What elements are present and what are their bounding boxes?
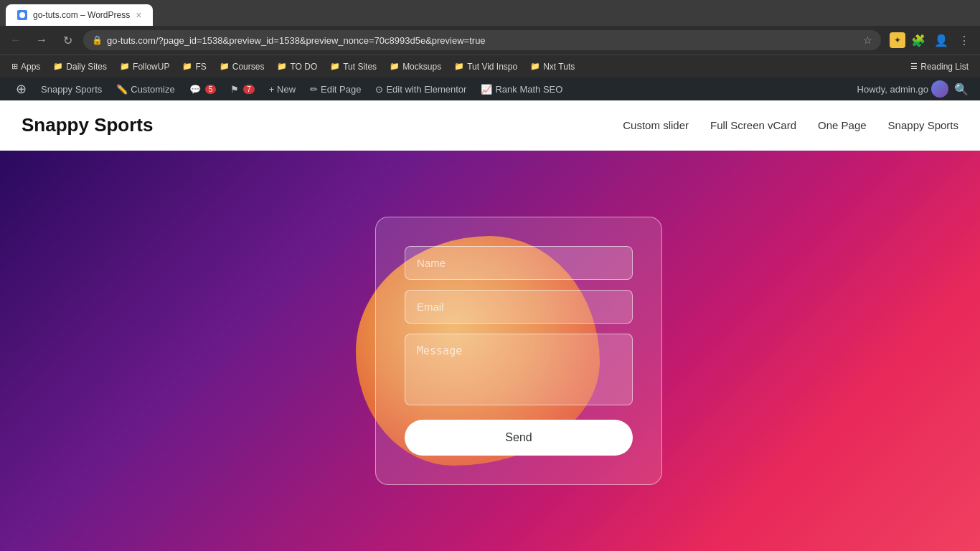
bookmark-nxt-tuts[interactable]: 📁 Nxt Tuts (524, 60, 580, 74)
reading-list-button[interactable]: ☰ Reading List (905, 60, 974, 74)
bookmark-label: Tut Sites (343, 62, 377, 72)
bookmark-apps[interactable]: ⊞ Apps (6, 60, 46, 74)
lock-icon: 🔒 (92, 35, 103, 45)
bookmark-daily-sites[interactable]: 📁 Daily Sites (47, 60, 113, 74)
bookmark-tut-vid-inspo[interactable]: 📁 Tut Vid Inspo (448, 60, 523, 74)
star-icon[interactable]: ☆ (863, 34, 872, 46)
wp-site-name-item[interactable]: Snappy Sports (34, 77, 109, 100)
site-logo[interactable]: Snappy Sports (22, 114, 623, 136)
nav-one-page[interactable]: One Page (818, 119, 867, 131)
url-text: go-tuts.com/?page_id=1538&preview_id=153… (107, 35, 859, 46)
bookmark-todo[interactable]: 📁 TO DO (271, 60, 323, 74)
rank-math-icon: 📈 (481, 84, 492, 95)
edit-page-icon: ✏ (310, 84, 318, 95)
wp-logo-icon: ⊕ (16, 81, 27, 97)
bookmark-tut-sites[interactable]: 📁 Tut Sites (324, 60, 382, 74)
wp-admin-bar-right: Howdy, admin.go 🔍 (857, 80, 971, 99)
folder-icon: 📁 (330, 62, 340, 71)
apps-icon: ⊞ (11, 62, 18, 71)
browser-chrome: go-tuts.com – WordPress × ← → ↻ 🔒 go-tut… (0, 0, 980, 77)
wp-rank-math-item[interactable]: 📈 Rank Math SEO (473, 77, 570, 100)
site-header: Snappy Sports Custom slider Full Screen … (0, 100, 980, 151)
svg-point-0 (19, 12, 25, 18)
bookmark-label: Nxt Tuts (543, 62, 575, 72)
bookmarks-bar: ⊞ Apps 📁 Daily Sites 📁 FollowUP 📁 FS 📁 C… (0, 55, 980, 77)
profile-icon[interactable]: 👤 (931, 30, 951, 50)
admin-avatar[interactable] (931, 80, 948, 98)
customize-icon: ✏️ (116, 84, 128, 95)
folder-icon: 📁 (454, 62, 464, 71)
nav-snappy-sports[interactable]: Snappy Sports (888, 119, 958, 131)
email-input[interactable] (405, 290, 633, 324)
rank-math-label: Rank Math SEO (495, 84, 562, 95)
bookmark-courses[interactable]: 📁 Courses (214, 60, 270, 74)
bookmark-label: TO DO (290, 62, 317, 72)
forward-button[interactable]: → (32, 30, 52, 50)
bookmark-mocksups[interactable]: 📁 Mocksups (384, 60, 447, 74)
bookmark-label: FS (195, 62, 206, 72)
wp-site-name: Snappy Sports (41, 84, 102, 95)
bookmark-label: FollowUP (133, 62, 169, 72)
url-bar[interactable]: 🔒 go-tuts.com/?page_id=1538&preview_id=1… (83, 30, 881, 50)
folder-icon: 📁 (390, 62, 400, 71)
revisions-icon: ⚑ (230, 84, 239, 95)
bookmark-label: Courses (232, 62, 265, 72)
wp-logo-item[interactable]: ⊕ (9, 77, 34, 100)
tab-close-button[interactable]: × (136, 9, 141, 21)
folder-icon: 📁 (182, 62, 192, 71)
active-tab[interactable]: go-tuts.com – WordPress × (6, 4, 153, 26)
reading-list-icon: ☰ (910, 62, 918, 71)
comments-icon: 💬 (189, 84, 201, 95)
elementor-icon: ⊙ (375, 84, 383, 95)
wp-revisions-item[interactable]: ⚑ 7 (223, 77, 262, 100)
folder-icon: 📁 (530, 62, 540, 71)
folder-icon: 📁 (53, 62, 63, 71)
back-button[interactable]: ← (6, 30, 26, 50)
new-label: + New (269, 84, 296, 95)
bookmark-label: Tut Vid Inspo (467, 62, 517, 72)
tab-bar: go-tuts.com – WordPress × (0, 0, 980, 26)
wp-admin-bar: ⊕ Snappy Sports ✏️ Customize 💬 5 ⚑ 7 + N… (0, 77, 980, 100)
admin-search-icon[interactable]: 🔍 (951, 80, 971, 99)
wp-customize-label: Customize (131, 84, 174, 95)
folder-icon: 📁 (277, 62, 287, 71)
name-input[interactable] (405, 246, 633, 280)
reading-list-label: Reading List (920, 62, 969, 72)
menu-dots-icon[interactable]: ⋮ (954, 30, 974, 50)
bookmark-label: Mocksups (402, 62, 441, 72)
browser-toolbar-icons: ✦ 🧩 👤 ⋮ (890, 30, 974, 50)
wp-new-item[interactable]: + New (262, 77, 303, 100)
bookmark-label: Daily Sites (66, 62, 107, 72)
extension-icon-yellow[interactable]: ✦ (890, 32, 905, 48)
reload-button[interactable]: ↻ (57, 30, 77, 50)
wp-comments-item[interactable]: 💬 5 (182, 77, 224, 100)
url-action-icons: ☆ (863, 34, 872, 46)
wp-customize-item[interactable]: ✏️ Customize (109, 77, 182, 100)
wp-elementor-item[interactable]: ⊙ Edit with Elementor (368, 77, 473, 100)
revisions-count: 7 (243, 85, 255, 94)
site-navigation: Custom slider Full Screen vCard One Page… (623, 119, 958, 131)
nav-custom-slider[interactable]: Custom slider (623, 119, 689, 131)
message-textarea[interactable] (405, 334, 633, 405)
folder-icon: 📁 (120, 62, 130, 71)
tab-favicon (17, 10, 27, 20)
bookmark-label: Apps (21, 62, 40, 72)
bookmark-fs[interactable]: 📁 FS (176, 60, 212, 74)
howdy-text: Howdy, admin.go (857, 84, 928, 95)
nav-full-screen-vcard[interactable]: Full Screen vCard (710, 119, 796, 131)
send-button[interactable]: Send (405, 420, 633, 456)
wp-edit-page-item[interactable]: ✏ Edit Page (303, 77, 368, 100)
bookmark-followup[interactable]: 📁 FollowUP (114, 60, 175, 74)
comments-count: 5 (205, 85, 217, 94)
contact-form: Send (375, 217, 662, 485)
extensions-puzzle-icon[interactable]: 🧩 (908, 30, 928, 50)
address-bar: ← → ↻ 🔒 go-tuts.com/?page_id=1538&previe… (0, 26, 980, 55)
elementor-label: Edit with Elementor (386, 84, 466, 95)
hero-section: Send (0, 151, 980, 551)
tab-title: go-tuts.com – WordPress (33, 10, 130, 20)
edit-page-label: Edit Page (321, 84, 361, 95)
folder-icon: 📁 (220, 62, 230, 71)
